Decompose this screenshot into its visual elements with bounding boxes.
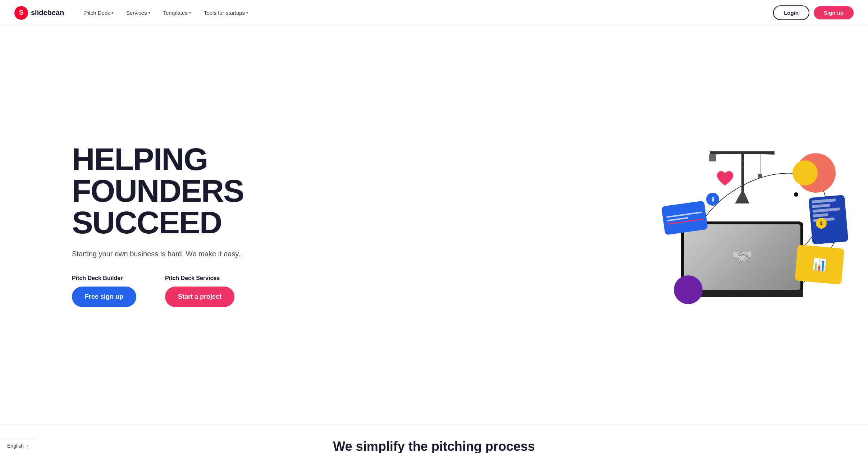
navbar: S slidebean Pitch Deck ▾ Services ▾ Temp… (0, 0, 868, 26)
chevron-down-icon: ▾ (246, 11, 248, 15)
bar-2 (812, 203, 830, 208)
purple-circle (674, 275, 703, 304)
laptop-screen: 🤝 (684, 224, 800, 290)
chevron-down-icon: ▾ (149, 11, 150, 15)
blue-coin: ₿ (706, 193, 719, 206)
blue-card-right (809, 195, 849, 244)
nav-links: Pitch Deck ▾ Services ▾ Templates ▾ Tool… (78, 7, 773, 19)
hero-content: HELPING FOUNDERS SUCCEED Starting your o… (72, 143, 244, 307)
language-label: English (7, 443, 24, 449)
hero-section: HELPING FOUNDERS SUCCEED Starting your o… (0, 26, 868, 424)
bottom-headline: We simplify the pitching process (14, 439, 854, 453)
bottom-section: We simplify the pitching process (0, 424, 868, 453)
yellow-coin: $ (816, 218, 827, 229)
language-bar[interactable]: English › (0, 438, 35, 453)
chevron-right-icon: › (27, 444, 28, 448)
hero-illustration: 🤝 ₿ 📊 (659, 132, 846, 319)
logo-text: slidebean (31, 9, 64, 17)
nav-templates[interactable]: Templates ▾ (157, 7, 197, 19)
heart-decoration (715, 169, 735, 191)
hero-subheading: Starting your own business is hard. We m… (72, 248, 244, 259)
bar-1 (812, 198, 836, 203)
yellow-card: 📊 (795, 245, 844, 285)
cta-label-builder: Pitch Deck Builder (72, 275, 136, 282)
free-signup-button[interactable]: Free sign up (72, 287, 136, 307)
start-project-button[interactable]: Start a project (165, 287, 234, 307)
yellow-circle-decoration (792, 160, 818, 186)
card-icon: 📊 (812, 257, 827, 272)
bar-3 (812, 207, 840, 213)
chevron-down-icon: ▾ (111, 11, 113, 15)
logo[interactable]: S slidebean (14, 6, 64, 20)
logo-icon: S (14, 6, 28, 20)
cta-block-builder: Pitch Deck Builder Free sign up (72, 275, 136, 307)
nav-tools[interactable]: Tools for startups ▾ (198, 7, 254, 19)
handshake-image: 🤝 (684, 224, 800, 290)
nav-services[interactable]: Services ▾ (120, 7, 156, 19)
login-button[interactable]: Login (773, 5, 809, 20)
nav-actions: Login Sign up (773, 5, 854, 20)
svg-point-1 (794, 192, 798, 197)
blue-card-left (661, 201, 708, 235)
cta-label-services: Pitch Deck Services (165, 275, 234, 282)
svg-rect-4 (710, 151, 731, 154)
card-line-2 (667, 217, 688, 221)
svg-rect-8 (758, 174, 762, 178)
cta-group: Pitch Deck Builder Free sign up Pitch De… (72, 275, 244, 307)
hero-headline: HELPING FOUNDERS SUCCEED (72, 143, 244, 238)
svg-rect-14 (709, 154, 716, 161)
svg-marker-15 (735, 189, 749, 203)
bar-4 (813, 213, 828, 218)
cta-block-services: Pitch Deck Services Start a project (165, 275, 234, 307)
card-line-1 (666, 211, 702, 218)
signup-button[interactable]: Sign up (814, 6, 854, 19)
chevron-down-icon: ▾ (189, 11, 191, 15)
nav-pitch-deck[interactable]: Pitch Deck ▾ (78, 7, 119, 19)
